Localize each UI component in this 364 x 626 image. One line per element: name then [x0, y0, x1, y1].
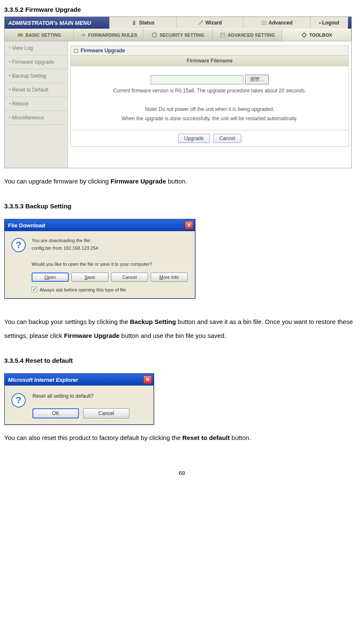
tab-toolbox-label: TOOLBOX: [309, 32, 332, 38]
question-icon: ?: [11, 393, 26, 407]
topnav-wizard-label: Wizard: [205, 20, 222, 26]
page-number: 69: [4, 470, 360, 476]
close-icon[interactable]: ✕: [185, 221, 193, 229]
topnav-logout[interactable]: ▸Logout: [310, 17, 348, 29]
always-ask-check[interactable]: ✓ Always ask before opening this type of…: [32, 287, 188, 292]
topnav-status[interactable]: Status: [109, 17, 176, 29]
ie-titlebar: Microsoft Internet Explorer ✕: [5, 374, 154, 386]
main-menu-title: ADMINISTRATOR's MAIN MENU: [8, 20, 109, 26]
tab-forwarding-rules[interactable]: FORWARDING RULES: [74, 29, 143, 41]
topnav-advanced[interactable]: Advanced: [243, 17, 310, 29]
file-download-title: File Download: [8, 222, 45, 229]
cancel-button[interactable]: Cancel: [213, 134, 241, 143]
forwarding-icon: [80, 32, 86, 38]
sidebar-item-reset[interactable]: Reset to Default: [5, 83, 67, 97]
svg-rect-1: [133, 23, 135, 25]
panel-body: 瀏覽... Current firmware version is R0.15a…: [70, 66, 349, 130]
heading-reset-default: 3.3.5.4 Reset to default: [4, 357, 360, 364]
advanced-setting-icon: [219, 32, 226, 38]
router-topbar: ADMINISTRATOR's MAIN MENU Status Wizard …: [5, 17, 351, 29]
topnav-wizard[interactable]: Wizard: [176, 17, 243, 29]
upgrade-button[interactable]: Upgrade: [178, 134, 210, 143]
file-download-dialog: File Download ✕ ? You are downloading th…: [4, 219, 195, 299]
heading-firmware-upgrade: 3.3.5.2 Firmware Upgrade: [4, 6, 360, 13]
save-button[interactable]: Save: [71, 273, 108, 282]
download-question: Would you like to open the file or save …: [32, 262, 188, 267]
heading-backup-setting: 3.3.5.3 Backup Setting: [4, 202, 360, 210]
basic-setting-icon: [17, 32, 24, 38]
router-admin-ui: ADMINISTRATOR's MAIN MENU Status Wizard …: [4, 16, 352, 168]
note-text: Note! Do not power off the unit when it …: [74, 106, 345, 112]
file-download-titlebar: File Download ✕: [5, 219, 195, 231]
sidebar-item-viewlog[interactable]: View Log: [5, 41, 67, 55]
svg-point-5: [152, 33, 156, 37]
version-text: Current firmware version is R0.15a6. The…: [74, 88, 345, 94]
download-line2: config.bin from 192.168.123.254: [32, 246, 188, 251]
svg-point-7: [302, 33, 306, 37]
square-icon: [74, 49, 78, 53]
tab-advanced-setting-label: ADVANCED SETTING: [228, 32, 275, 38]
tab-forwarding-label: FORWARDING RULES: [88, 32, 138, 38]
panel-title-label: Firmware Upgrade: [81, 48, 125, 54]
backup-setting-text: You can backup your settings by clicking…: [4, 315, 360, 343]
sidebar-item-reboot[interactable]: Reboot: [5, 97, 67, 111]
firmware-file-input[interactable]: [151, 75, 243, 84]
tab-security-label: SECURITY SETTING: [159, 32, 204, 38]
router-sidebar: View Log Firmware Upgrade Backup Setting…: [5, 41, 68, 168]
svg-rect-6: [221, 33, 225, 37]
firmware-upgrade-text: You can upgrade firmware by clicking Fir…: [4, 174, 360, 188]
open-button[interactable]: Open: [32, 273, 69, 282]
sidebar-item-misc[interactable]: Miscellaneous: [5, 111, 67, 125]
tab-basic-setting[interactable]: BASIC SETTING: [5, 29, 74, 41]
topnav-logout-label: Logout: [322, 20, 340, 26]
filename-header: Firmware Filename: [70, 56, 349, 66]
download-cancel-button[interactable]: Cancel: [111, 273, 148, 282]
ie-title: Microsoft Internet Explorer: [8, 377, 78, 383]
router-main: Firmware Upgrade Firmware Filename 瀏覽...…: [68, 41, 351, 168]
svg-rect-4: [18, 33, 23, 37]
svg-point-0: [133, 21, 135, 23]
toolbox-icon: [301, 32, 307, 38]
download-line1: You are downloading the file:: [32, 238, 188, 243]
sidebar-item-backup[interactable]: Backup Setting: [5, 69, 67, 83]
reset-cancel-button[interactable]: Cancel: [83, 408, 129, 418]
router-toolbar: BASIC SETTING FORWARDING RULES SECURITY …: [5, 29, 351, 41]
question-icon: ?: [11, 238, 26, 252]
always-ask-label: Always ask before opening this type of f…: [40, 287, 126, 292]
more-info-button[interactable]: More Info: [151, 273, 188, 282]
tab-advanced-setting[interactable]: ADVANCED SETTING: [213, 29, 282, 41]
tab-basic-label: BASIC SETTING: [25, 32, 61, 38]
security-icon: [151, 32, 158, 38]
ie-reset-dialog: Microsoft Internet Explorer ✕ ? Reset al…: [4, 373, 154, 425]
close-icon[interactable]: ✕: [143, 375, 152, 384]
reset-question: Reset all setting to default?: [32, 393, 147, 399]
done-text: When the upgrade is done successfully, t…: [74, 116, 345, 121]
tab-security-setting[interactable]: SECURITY SETTING: [143, 29, 213, 41]
browse-button[interactable]: 瀏覽...: [245, 75, 269, 84]
topnav-advanced-label: Advanced: [269, 20, 293, 26]
tab-toolbox[interactable]: TOOLBOX: [282, 29, 351, 41]
status-icon: [131, 20, 137, 26]
reset-default-text: You can also reset this product to facto…: [4, 431, 360, 445]
wizard-icon: [198, 20, 204, 26]
svg-rect-3: [263, 22, 265, 23]
sidebar-item-firmware[interactable]: Firmware Upgrade: [5, 55, 67, 69]
ok-button[interactable]: OK: [32, 408, 79, 418]
topnav-status-label: Status: [139, 20, 154, 26]
panel-title: Firmware Upgrade: [70, 46, 349, 56]
advanced-icon: [261, 20, 267, 26]
panel-actions: Upgrade Cancel: [70, 130, 349, 147]
checkbox-icon: ✓: [32, 287, 37, 292]
